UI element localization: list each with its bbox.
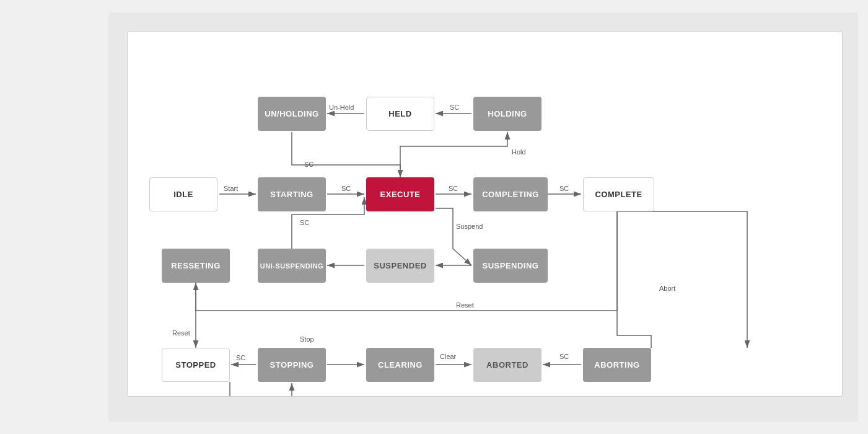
state-resseting: RESSETING	[162, 249, 230, 283]
label-sc-1: SC	[341, 185, 351, 192]
label-start: Start	[224, 185, 238, 192]
state-stopped: STOPPED	[162, 348, 230, 382]
state-completing: COMPLETING	[473, 177, 548, 211]
arrows-svg	[128, 32, 842, 396]
label-sc-unhold: SC	[304, 161, 313, 168]
state-unsuspending: UNI-SUSPENDING	[258, 249, 326, 283]
state-suspending: SUSPENDING	[473, 249, 548, 283]
label-suspend: Suspend	[456, 223, 483, 230]
label-hold: Hold	[512, 148, 526, 156]
label-abort: Abort	[659, 285, 675, 292]
label-sc-hold: SC	[450, 104, 459, 111]
state-holding: HOLDING	[473, 97, 541, 131]
state-idle: IDLE	[149, 177, 217, 211]
label-reset-2: Reset	[172, 329, 190, 337]
state-starting: STARTING	[258, 177, 326, 211]
label-sc-2: SC	[449, 185, 458, 192]
state-unholding: UN/HOLDING	[258, 97, 326, 131]
label-sc-abort: SC	[559, 353, 569, 360]
state-stopping: STOPPING	[258, 348, 326, 382]
label-unhold: Un-Hold	[329, 104, 354, 111]
state-complete: COMPLETE	[583, 177, 654, 211]
state-execute: EXECUTE	[366, 177, 434, 211]
state-aborting: ABORTING	[583, 348, 651, 382]
state-clearing: CLEARING	[366, 348, 434, 382]
diagram-container: Start SC SC SC Un-Hold SC Hold SC Suspen…	[127, 31, 843, 397]
state-aborted: ABORTED	[473, 348, 541, 382]
state-held: HELD	[366, 97, 434, 131]
label-reset: Reset	[456, 301, 474, 309]
label-sc-3: SC	[559, 185, 569, 192]
label-sc-unsus: SC	[300, 219, 309, 226]
state-suspended: SUSPENDED	[366, 249, 434, 283]
outer-container: Start SC SC SC Un-Hold SC Hold SC Suspen…	[108, 12, 858, 422]
label-clear: Clear	[440, 353, 456, 360]
label-stop: Stop	[300, 335, 314, 343]
label-sc-stop: SC	[236, 354, 245, 361]
